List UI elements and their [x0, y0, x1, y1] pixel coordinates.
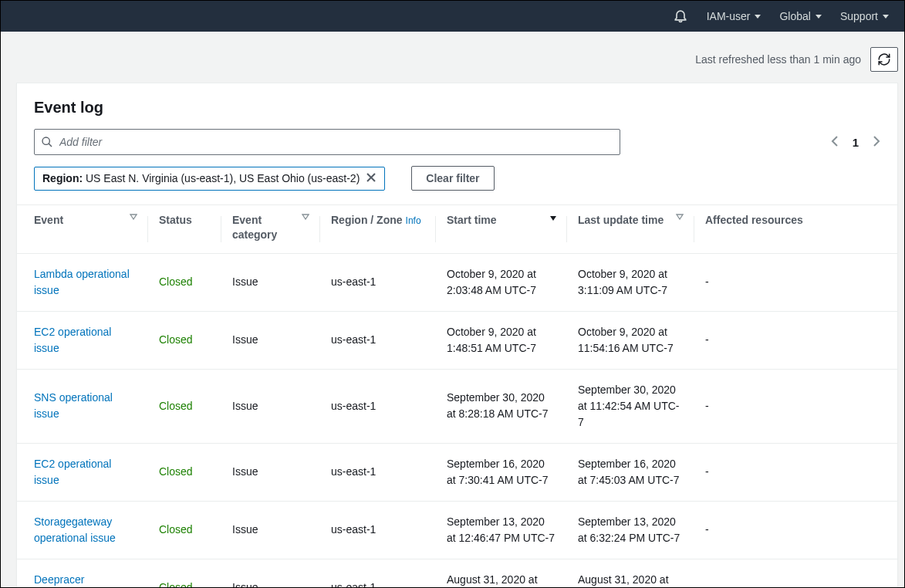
chevron-left-icon [831, 135, 839, 147]
cell-start: September 16, 2020 at 7:30:41 AM UTC-7 [436, 443, 567, 501]
refresh-status-text: Last refreshed less than 1 min ago [695, 53, 861, 66]
filter-input[interactable] [59, 136, 613, 148]
col-start-time[interactable]: Start time [436, 205, 567, 254]
status-badge: Closed [159, 275, 193, 288]
cell-region: us-east-1 [320, 443, 436, 501]
cell-region: us-east-1 [320, 369, 436, 443]
cell-start: October 9, 2020 at 1:48:51 AM UTC-7 [436, 311, 567, 369]
cell-updated: October 9, 2020 at 3:11:09 AM UTC-7 [567, 253, 694, 311]
event-link[interactable]: SNS operational issue [34, 391, 113, 420]
notifications-icon[interactable] [673, 8, 688, 25]
user-menu[interactable]: IAM-user [707, 10, 761, 22]
event-link[interactable]: Deepracer operational issue [34, 573, 116, 587]
status-badge: Closed [159, 400, 193, 412]
panel-title: Event log [34, 99, 880, 117]
cell-updated: August 31, 2020 at 9:10:12 PM UTC-7 [567, 559, 694, 587]
caret-down-icon [883, 15, 889, 19]
cell-affected: - [694, 311, 897, 369]
status-badge: Closed [159, 581, 193, 587]
chip-key: Region: [42, 172, 83, 184]
cell-region: us-east-1 [320, 559, 436, 587]
col-event[interactable]: Event [17, 205, 148, 254]
table-row: Deepracer operational issueClosedIssueus… [17, 559, 897, 587]
clear-filter-button[interactable]: Clear filter [411, 166, 494, 191]
support-menu[interactable]: Support [840, 10, 889, 22]
sort-desc-icon [550, 216, 556, 221]
prev-page[interactable] [831, 135, 839, 150]
region-filter-chip: Region: US East N. Virginia (us-east-1),… [34, 167, 385, 191]
table-row: Storagegateway operational issueClosedIs… [17, 501, 897, 559]
svg-line-1 [49, 144, 52, 147]
cell-region: us-east-1 [320, 311, 436, 369]
status-badge: Closed [159, 465, 193, 478]
page-number: 1 [853, 136, 859, 149]
col-affected[interactable]: Affected resources [694, 205, 897, 254]
user-label: IAM-user [707, 10, 751, 22]
col-category[interactable]: Event category [221, 205, 320, 254]
next-page[interactable] [873, 135, 880, 150]
event-log-panel: Event log 1 Region: US East N. Virginia … [16, 83, 898, 587]
event-table: Event Status Event category Region / Zon… [17, 204, 897, 587]
cell-category: Issue [221, 369, 320, 443]
status-badge: Closed [159, 333, 193, 346]
cell-start: September 30, 2020 at 8:28:18 AM UTC-7 [436, 369, 567, 443]
refresh-button[interactable] [870, 47, 898, 72]
cell-start: September 13, 2020 at 12:46:47 PM UTC-7 [436, 501, 567, 559]
table-row: Lambda operational issueClosedIssueus-ea… [17, 253, 897, 311]
info-link[interactable]: Info [406, 215, 421, 226]
col-status[interactable]: Status [148, 205, 221, 254]
chevron-right-icon [873, 135, 880, 147]
cell-affected: - [694, 501, 897, 559]
filter-search-box[interactable] [34, 129, 620, 155]
cell-affected: - [694, 443, 897, 501]
cell-updated: September 30, 2020 at 11:42:54 AM UTC-7 [567, 369, 694, 443]
cell-category: Issue [221, 253, 320, 311]
remove-filter-button[interactable] [366, 172, 377, 185]
status-badge: Closed [159, 523, 193, 536]
cell-updated: September 16, 2020 at 7:45:03 AM UTC-7 [567, 443, 694, 501]
region-menu[interactable]: Global [779, 10, 821, 22]
support-label: Support [840, 10, 878, 22]
svg-point-0 [42, 137, 49, 144]
cell-category: Issue [221, 501, 320, 559]
search-icon [41, 136, 53, 148]
pagination: 1 [831, 135, 880, 150]
topbar: IAM-user Global Support [1, 1, 904, 32]
sort-icon [302, 214, 309, 220]
refresh-icon [877, 52, 891, 66]
cell-affected: - [694, 369, 897, 443]
table-row: EC2 operational issueClosedIssueus-east-… [17, 311, 897, 369]
col-last-update[interactable]: Last update time [567, 205, 694, 254]
table-row: EC2 operational issueClosedIssueus-east-… [17, 443, 897, 501]
event-link[interactable]: Lambda operational issue [34, 268, 130, 296]
chip-value: US East N. Virginia (us-east-1), US East… [86, 172, 360, 184]
caret-down-icon [816, 15, 822, 19]
table-row: SNS operational issueClosedIssueus-east-… [17, 369, 897, 443]
event-link[interactable]: Storagegateway operational issue [34, 515, 116, 544]
cell-category: Issue [221, 559, 320, 587]
cell-start: October 9, 2020 at 2:03:48 AM UTC-7 [436, 253, 567, 311]
cell-region: us-east-1 [320, 253, 436, 311]
cell-updated: September 13, 2020 at 6:32:24 PM UTC-7 [567, 501, 694, 559]
cell-affected: - [694, 253, 897, 311]
close-icon [366, 172, 377, 183]
region-label: Global [779, 10, 810, 22]
cell-start: August 31, 2020 at 6:32:39 PM UTC-7 [436, 559, 567, 587]
event-link[interactable]: EC2 operational issue [34, 326, 111, 354]
cell-category: Issue [221, 443, 320, 501]
event-link[interactable]: EC2 operational issue [34, 458, 111, 486]
cell-region: us-east-1 [320, 501, 436, 559]
col-region[interactable]: Region / ZoneInfo [320, 205, 436, 254]
cell-updated: October 9, 2020 at 11:54:16 AM UTC-7 [567, 311, 694, 369]
caret-down-icon [755, 15, 761, 19]
refresh-row: Last refreshed less than 1 min ago [16, 47, 898, 72]
cell-category: Issue [221, 311, 320, 369]
sort-icon [130, 214, 137, 220]
sort-icon [676, 214, 684, 220]
cell-affected: - [694, 559, 897, 587]
